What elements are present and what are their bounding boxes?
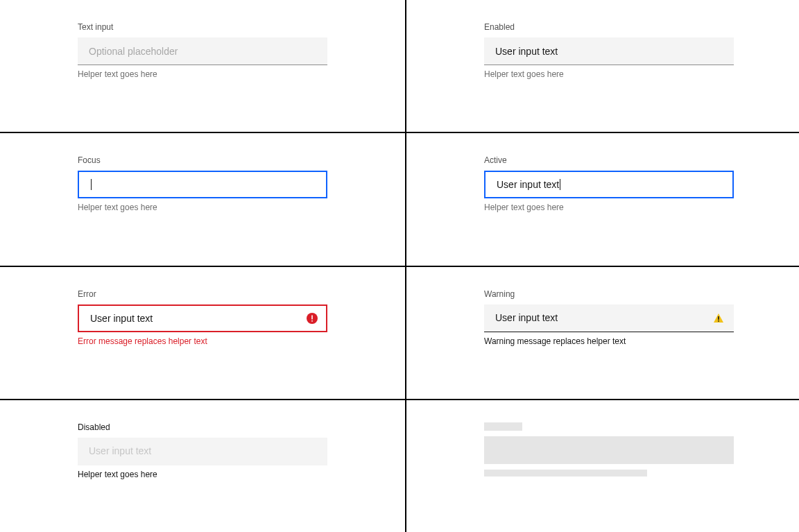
skeleton-label [484, 422, 522, 431]
caret-icon [91, 179, 92, 190]
helper-disabled: Helper text goes here [78, 470, 327, 479]
input-value-error: User input text [90, 313, 153, 324]
label-active: Active [484, 155, 734, 165]
label-warning: Warning [484, 289, 734, 299]
input-value-disabled: User input text [89, 445, 151, 456]
text-input-disabled: User input text [78, 438, 327, 465]
helper-focus: Helper text goes here [78, 203, 327, 212]
text-input-error[interactable]: User input text [78, 304, 327, 332]
warning-icon [713, 313, 724, 324]
text-input-active[interactable]: User input text [484, 171, 734, 198]
svg-rect-4 [718, 316, 719, 320]
label-enabled: Enabled [484, 22, 734, 32]
caret-icon [560, 179, 560, 190]
helper-active: Helper text goes here [484, 203, 734, 212]
state-disabled: Disabled User input text Helper text goe… [0, 400, 405, 532]
text-input-default[interactable] [78, 37, 327, 65]
label-error: Error [78, 289, 327, 299]
helper-warning: Warning message replaces helper text [484, 336, 734, 346]
state-skeleton [406, 400, 799, 532]
input-value-active: User input text [497, 179, 559, 190]
helper-error: Error message replaces helper text [78, 336, 327, 346]
svg-rect-5 [718, 320, 719, 322]
label-focus: Focus [78, 155, 327, 165]
helper-default: Helper text goes here [78, 69, 327, 79]
state-active: Active User input text Helper text goes … [406, 133, 799, 265]
label-default: Text input [78, 22, 327, 32]
svg-rect-1 [311, 315, 313, 319]
state-warning: Warning User input text Warning message … [406, 267, 799, 399]
input-states-grid: Text input Helper text goes here Enabled… [0, 0, 799, 532]
input-value-warning: User input text [495, 312, 558, 323]
state-default: Text input Helper text goes here [0, 0, 405, 132]
skeleton-input [484, 436, 734, 464]
label-disabled: Disabled [78, 422, 327, 432]
state-error: Error User input text Error message repl… [0, 267, 405, 399]
svg-rect-2 [311, 320, 313, 322]
text-input-warning[interactable]: User input text [484, 304, 734, 332]
skeleton-helper [484, 470, 647, 477]
error-icon [307, 313, 318, 324]
state-focus: Focus Helper text goes here [0, 133, 405, 265]
helper-enabled: Helper text goes here [484, 69, 734, 79]
state-enabled: Enabled Helper text goes here [406, 0, 799, 132]
text-input-focus[interactable] [78, 171, 327, 198]
text-input-enabled[interactable] [484, 37, 734, 65]
